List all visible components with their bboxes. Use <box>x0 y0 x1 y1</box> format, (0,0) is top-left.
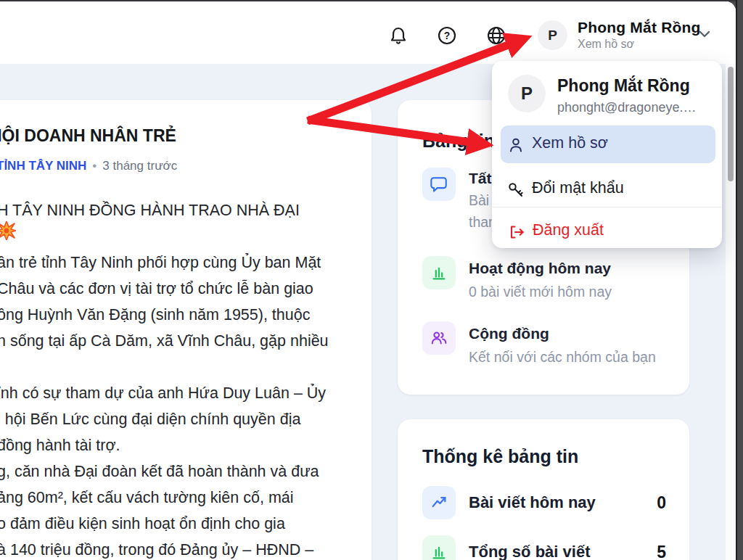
feed-card-title: Bảng tin <box>422 131 495 152</box>
help-icon[interactable]: ? <box>437 25 457 46</box>
bar-chart-icon <box>422 256 456 289</box>
bar-chart-icon <box>422 535 456 560</box>
app-window: HỘI DOANH NHÂN TRẺ TỈNH TÂY NINH•3 tháng… <box>0 1 736 560</box>
article-timestamp: 3 tháng trước <box>102 159 177 173</box>
language-globe-icon[interactable] <box>486 25 506 46</box>
people-icon <box>422 321 456 355</box>
stat-posts-today-label: Bài viết hôm nay <box>469 493 596 512</box>
feed-item-community[interactable]: Cộng đồng <box>469 325 549 342</box>
account-subtitle[interactable]: Xem hồ sơ <box>578 38 634 51</box>
article-title: HỘI DOANH NHÂN TRẺ <box>0 126 176 146</box>
trend-up-icon <box>422 486 456 519</box>
scrollbar-thumb[interactable] <box>728 67 734 181</box>
chat-bubble-icon <box>422 168 456 201</box>
article-line: H TÂY NINH ĐỒNG HÀNH TRAO NHÀ ĐẠI <box>0 197 300 223</box>
svg-text:?: ? <box>444 30 451 41</box>
menu-item-change-password-label: Đổi mật khẩu <box>532 179 624 197</box>
article-line: ỉnh có sự tham dự của anh Hứa Duy Luân –… <box>0 380 326 406</box>
article-line: i hội Bến Lức cùng đại diện chính quyền … <box>0 406 300 432</box>
stat-posts-today-value: 0 <box>623 493 666 513</box>
article-line: o đảm điều kiện sinh hoạt ổn định cho gi… <box>0 511 285 537</box>
feed-item-activity-subtitle: 0 bài viết mới hôm nay <box>469 284 612 300</box>
user-icon <box>507 136 525 154</box>
feed-item-activity[interactable]: Hoạt động hôm nay <box>469 260 611 277</box>
key-icon <box>507 181 525 199</box>
menu-divider <box>492 207 722 207</box>
article-source-link[interactable]: TỈNH TÂY NINH <box>0 159 86 173</box>
top-header: ? P Phong Mắt Rồng Xem hồ sơ <box>0 1 736 64</box>
menu-avatar: P <box>508 75 546 112</box>
article-line: ân trẻ tỉnh Tây Ninh phối hợp cùng Ủy ba… <box>0 250 321 276</box>
menu-avatar-initial: P <box>521 83 533 104</box>
menu-item-view-profile-label: Xem hồ sơ <box>532 134 608 152</box>
stat-total-posts-value: 5 <box>623 543 666 560</box>
profile-dropdown-menu: P Phong Mắt Rồng phonght@dragoneye.… Xem… <box>492 61 722 248</box>
logout-icon <box>508 223 525 241</box>
stats-card-title: Thống kê bảng tin <box>422 446 578 467</box>
article-line: ông Huỳnh Văn Đặng (sinh năm 1955), thuộ… <box>0 302 310 328</box>
collision-emoji-icon <box>0 221 16 240</box>
article-line: Châu và các đơn vị tài trợ tổ chức lễ bà… <box>0 276 313 302</box>
menu-item-logout-label: Đăng xuất <box>533 221 604 239</box>
article-line: n sống tại ấp Cà Dăm, xã Vĩnh Châu, gặp … <box>0 328 329 354</box>
account-avatar[interactable]: P <box>538 20 567 50</box>
article-line: ảng 60m², kết cấu vách tường kiên cố, má… <box>0 485 294 511</box>
screenshot-root: HỘI DOANH NHÂN TRẺ TỈNH TÂY NINH•3 tháng… <box>0 0 743 560</box>
desktop-background-strip <box>736 0 743 560</box>
meta-dot: • <box>92 159 97 173</box>
notifications-bell-icon[interactable] <box>388 25 409 46</box>
menu-user-name: Phong Mắt Rồng <box>557 76 690 96</box>
avatar-initial: P <box>548 28 557 44</box>
article-meta: TỈNH TÂY NINH•3 tháng trước <box>0 159 177 173</box>
feed-item-community-subtitle: Kết nối với các nhóm của bạn <box>469 349 656 366</box>
article-line: à 140 triệu đồng, trong đó Đảng ủy – HĐN… <box>0 537 313 560</box>
article-line: đồng hành tài trợ. <box>0 432 120 458</box>
account-name[interactable]: Phong Mắt Rồng <box>578 19 701 36</box>
article-line: g, căn nhà Đại đoàn kết đã hoàn thành và… <box>0 458 319 485</box>
stat-total-posts-label: Tổng số bài viết <box>469 543 590 560</box>
chevron-down-icon[interactable] <box>695 28 714 40</box>
menu-user-email: phonght@dragoneye.… <box>557 100 696 115</box>
